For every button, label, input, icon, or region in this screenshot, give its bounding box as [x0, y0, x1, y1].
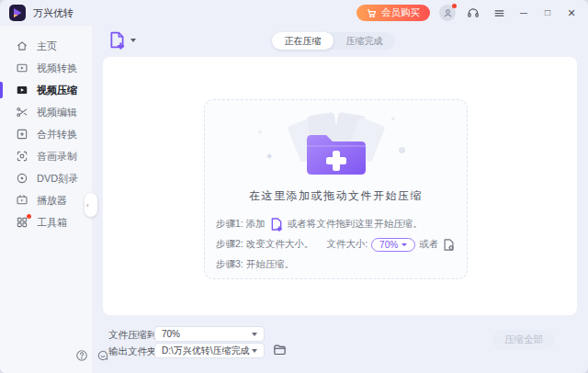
file-settings-icon[interactable]	[442, 238, 456, 252]
sidebar-item-record[interactable]: 音画录制	[0, 145, 92, 167]
record-icon	[16, 150, 28, 163]
sidebar-item-toolbox[interactable]: 工具箱	[0, 211, 92, 233]
sidebar-item-video-convert[interactable]: 视频转换	[0, 57, 92, 79]
sparkle-icon: ✦	[266, 151, 274, 163]
titlebar-actions: 会员购买 ─ □ ✕	[356, 5, 579, 21]
help-bar	[75, 349, 109, 362]
video-compress-icon	[16, 84, 28, 96]
sparkle-icon: ✦	[390, 116, 396, 123]
add-file-caret-icon	[130, 39, 136, 42]
notification-dot	[452, 4, 457, 8]
app-logo-icon	[9, 5, 26, 21]
tab-compressing[interactable]: 正在压缩	[272, 32, 334, 50]
buy-button-label: 会员购买	[381, 6, 420, 19]
app-title: 万兴优转	[33, 6, 74, 20]
help-icon[interactable]	[75, 349, 88, 362]
account-avatar[interactable]	[439, 5, 456, 21]
sidebar-item-video-compress[interactable]: 视频压缩	[0, 79, 92, 101]
titlebar: 万兴优转 会员购买 ─ □ ✕	[0, 0, 588, 26]
file-size-dropdown[interactable]: 70%	[371, 238, 415, 252]
folder-illustration: ✦ ✦	[258, 112, 414, 180]
sparkle-dot	[399, 147, 405, 153]
add-file-icon	[107, 30, 127, 50]
sidebar-item-player[interactable]: 播放器	[0, 189, 92, 211]
compress-to-label: 文件压缩到:	[108, 329, 159, 342]
feedback-icon[interactable]	[96, 349, 109, 362]
dvd-icon	[16, 172, 28, 185]
home-icon	[16, 40, 28, 52]
steps-list: 步骤1: 添加 或者将文件拖到这里开始压缩。 步骤2: 改变文件大小。 文件大小…	[216, 214, 456, 275]
maximize-button[interactable]: □	[540, 6, 555, 20]
app-window: 万兴优转 会员购买 ─ □ ✕ 主页	[0, 0, 588, 373]
sidebar-item-home[interactable]: 主页	[0, 35, 92, 57]
output-folder-dropdown[interactable]: D:\万兴优转\压缩完成	[154, 343, 265, 358]
sidebar-collapse-handle[interactable]: ‹	[85, 193, 97, 217]
chevron-down-icon	[252, 333, 257, 336]
merge-icon	[16, 128, 28, 141]
step-1: 步骤1: 添加 或者将文件拖到这里开始压缩。	[216, 214, 456, 234]
close-button[interactable]: ✕	[564, 6, 579, 20]
support-headset-icon[interactable]	[465, 5, 481, 21]
membership-buy-button[interactable]: 会员购买	[356, 5, 430, 21]
chevron-down-icon	[252, 349, 257, 353]
step-3: 步骤3: 开始压缩。	[216, 254, 456, 275]
sidebar-item-video-edit[interactable]: 视频编辑	[0, 101, 92, 123]
sidebar: 主页 视频转换 视频压缩 视频编辑 合并转换 音画录制 DVD刻录	[0, 26, 92, 373]
output-folder-label: 输出文件夹:	[108, 345, 159, 358]
content-panel: ✦ ✦ 在这里添加或拖动文件开始压缩 步骤1: 添加	[103, 57, 577, 315]
menu-icon[interactable]	[491, 5, 507, 21]
compress-to-dropdown[interactable]: 70%	[154, 326, 265, 342]
add-file-button[interactable]	[107, 30, 136, 50]
compress-tabs: 正在压缩 压缩完成	[272, 32, 395, 50]
minimize-button[interactable]: ─	[516, 6, 531, 20]
compress-all-button[interactable]: 压缩全部	[492, 330, 555, 350]
dropzone-hint: 在这里添加或拖动文件开始压缩	[205, 188, 467, 204]
cart-icon	[367, 8, 377, 18]
tab-compressed[interactable]: 压缩完成	[334, 32, 395, 50]
sidebar-item-merge-convert[interactable]: 合并转换	[0, 123, 92, 145]
sidebar-item-dvd-burn[interactable]: DVD刻录	[0, 167, 92, 189]
step-2: 步骤2: 改变文件大小。 文件大小: 70% 或者	[216, 234, 456, 254]
file-dropzone[interactable]: ✦ ✦ 在这里添加或拖动文件开始压缩 步骤1: 添加	[204, 99, 468, 279]
video-convert-icon	[16, 62, 28, 74]
scissors-icon	[16, 106, 28, 119]
sparkle-dot	[258, 130, 262, 134]
person-icon	[443, 8, 453, 18]
add-folder-icon	[301, 129, 371, 180]
toolbox-badge-dot	[27, 214, 31, 219]
browse-folder-icon[interactable]	[273, 343, 287, 356]
toolbox-icon	[16, 216, 28, 229]
chevron-down-icon	[401, 243, 407, 246]
player-icon	[16, 194, 28, 207]
add-file-icon	[269, 217, 284, 232]
